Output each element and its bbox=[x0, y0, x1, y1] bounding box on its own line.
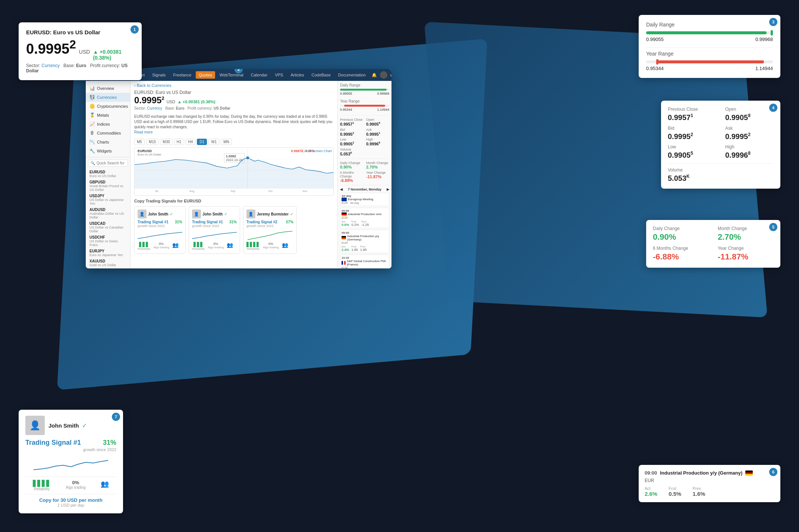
sidebar-label-indices: Indices bbox=[97, 122, 110, 126]
six-month-value: -6.88% bbox=[653, 252, 709, 262]
btn-w1[interactable]: W1 bbox=[208, 139, 219, 145]
nav-codebase[interactable]: CodeBase bbox=[308, 71, 333, 79]
card7-number: 7 bbox=[112, 413, 120, 421]
cta-text[interactable]: Copy for 30 USD per month bbox=[25, 497, 116, 503]
nav-quotes[interactable]: Quotes bbox=[196, 71, 215, 79]
nav-bell[interactable]: 🔔 bbox=[372, 73, 377, 78]
signal-mini-chart bbox=[25, 455, 116, 473]
sidebar-label-overview: Overview bbox=[97, 86, 114, 91]
signal2-name[interactable]: Trading Signal #1 bbox=[192, 220, 223, 224]
growth-label: growth since 2022 bbox=[25, 447, 116, 452]
read-more-link[interactable]: Read more bbox=[134, 130, 152, 134]
economic-calendar: ◀ 7 November, Monday ▶ All day Eurogroup… bbox=[340, 188, 389, 268]
event-ind1-currency: EUR bbox=[342, 216, 388, 220]
nav-signals[interactable]: Signals bbox=[149, 71, 169, 79]
sector-link[interactable]: Currency bbox=[147, 106, 162, 110]
btn-d1[interactable]: D1 bbox=[197, 139, 207, 145]
nav-avatar[interactable] bbox=[380, 71, 387, 79]
widgets-icon: 🔧 bbox=[89, 148, 95, 154]
sidebar-item-indices[interactable]: 📈 Indices bbox=[86, 120, 130, 129]
panel-daily-high: 0.99968 bbox=[377, 92, 389, 95]
signal-user-name: John Smith bbox=[48, 422, 79, 429]
commodities-icon: 🛢 bbox=[89, 130, 95, 136]
signal2-reliability-bars: ▋▋▋ bbox=[192, 242, 205, 247]
signal1-growth: growth since 2022 bbox=[138, 224, 182, 228]
btn-m15[interactable]: M15 bbox=[146, 139, 158, 145]
nav-articles[interactable]: Articles bbox=[287, 71, 307, 79]
signal1-algo-value: 0% bbox=[153, 242, 169, 246]
high-label: High bbox=[725, 144, 774, 149]
symbol-usdjpy[interactable]: USDJPY US Dollar vs Japanese Yen bbox=[86, 193, 130, 207]
charts-icon: 📉 bbox=[89, 139, 95, 145]
sidebar-item-commodities[interactable]: 🛢 Commodities bbox=[86, 129, 130, 138]
sidebar-item-currencies[interactable]: 💱 Currencies bbox=[86, 93, 130, 102]
price-chart: EURUSD Euro vs US Dollar 0.99874 -0.30% … bbox=[134, 147, 334, 196]
quote-price: 0.99952 bbox=[134, 95, 164, 106]
sidebar-item-charts[interactable]: 📉 Charts bbox=[86, 138, 130, 147]
card1-sector-link[interactable]: Currency bbox=[41, 63, 60, 68]
nav-webterminal[interactable]: WebTerminal bbox=[217, 71, 246, 79]
btn-mn[interactable]: MN bbox=[221, 139, 232, 145]
symbol-eurgbp[interactable]: EURGBP Euro vs Great Britain Pound bbox=[86, 268, 130, 268]
event-eurogroup[interactable]: All day Eurogroup Meeting EUR All day bbox=[340, 193, 389, 206]
panel-prev-close: 0.99571 bbox=[340, 122, 363, 126]
symbol-eurusd[interactable]: EURUSD Euro vs US Dollar bbox=[86, 169, 130, 179]
daily-range-label: Daily Range bbox=[646, 22, 773, 28]
signal-card-3[interactable]: 👤 Jeremy Burmister ✓ Trading Signal #2 5… bbox=[243, 206, 297, 254]
panel-open: 0.99058 bbox=[366, 122, 389, 126]
btn-m30[interactable]: M30 bbox=[160, 139, 172, 145]
nav-freelance[interactable]: Freelance bbox=[170, 71, 194, 79]
symbol-audusd[interactable]: AUDUSD Australian Dollar vs US Dollar bbox=[86, 207, 130, 220]
people-icon: 👥 bbox=[101, 480, 109, 488]
sidebar-item-widgets[interactable]: 🔧 Widgets bbox=[86, 147, 130, 155]
btn-h4[interactable]: H4 bbox=[186, 139, 196, 145]
copy-trading-section: Copy Trading Signals for EURUSD 👤 John S… bbox=[130, 196, 337, 257]
event-meeting-currency: EUR All day bbox=[342, 201, 373, 205]
btn-m5[interactable]: M5 bbox=[134, 139, 145, 145]
event-industrial2[interactable]: 09:00 Industrial Production y/y (Germany… bbox=[340, 230, 389, 253]
signal-card-2[interactable]: 👤 John Smith ✓ Trading Signal #1 31% gro… bbox=[189, 206, 240, 254]
btn-h1[interactable]: H1 bbox=[174, 139, 184, 145]
event-industrial1[interactable]: 09:00 Industrial Production m/m EUR Act0… bbox=[340, 208, 389, 228]
search-input[interactable] bbox=[97, 161, 125, 165]
symbol-gbpusd[interactable]: GBPUSD Great Britain Pound vs US Dollar bbox=[86, 179, 130, 193]
time-buttons: M5 M15 M30 H1 H4 D1 W1 MN bbox=[130, 136, 337, 147]
volume-value: 5.053K bbox=[668, 174, 774, 183]
fcst-value: 0.5% bbox=[669, 491, 681, 497]
symbol-eurjpy[interactable]: EURJPY Euro vs Japanese Yen bbox=[86, 248, 130, 258]
signal3-verified: ✓ bbox=[290, 212, 293, 217]
panel-volume: 5.053K bbox=[340, 151, 363, 156]
sidebar-item-crypto[interactable]: 🪙 Cryptocurrencies bbox=[86, 102, 130, 111]
sidebar-label-widgets: Widgets bbox=[97, 149, 112, 153]
back-link[interactable]: Back to Currencies bbox=[130, 81, 337, 90]
panel-ask: 0.99951 bbox=[366, 132, 389, 136]
signal3-name[interactable]: Trading Signal #2 bbox=[246, 220, 277, 224]
event-currency: EUR bbox=[645, 478, 774, 483]
panel-high-lbl: High bbox=[366, 138, 389, 141]
panel-volume-lbl: Volume bbox=[340, 148, 363, 151]
prev-day-btn[interactable]: ◀ bbox=[340, 188, 343, 191]
symbol-search[interactable]: 🔍 bbox=[88, 160, 128, 167]
sidebar-item-metals[interactable]: 🥇 Metals bbox=[86, 111, 130, 120]
cta-sub: 1 USD per day bbox=[25, 503, 116, 507]
nav-documentation[interactable]: Documentation bbox=[335, 71, 369, 79]
symbol-usdcad[interactable]: USDCAD US Dollar vs Canadian Dollar bbox=[86, 220, 130, 234]
next-day-btn[interactable]: ▶ bbox=[387, 188, 389, 191]
svg-text:All: All bbox=[155, 189, 158, 193]
symbol-usdchf[interactable]: USDCHF US Dollar vs Swiss Franc bbox=[86, 234, 130, 248]
sidebar-item-overview[interactable]: 📊 Overview bbox=[86, 84, 130, 93]
signal3-username: Jeremy Burmister bbox=[257, 212, 289, 216]
signal-card-1[interactable]: 👤 John Smith ✓ Trading Signal #1 31% gro… bbox=[134, 206, 186, 254]
panel-change-stats: Daily Change 0.90% Month Change 2.70% 6 … bbox=[340, 161, 389, 183]
symbol-xauusd[interactable]: XAUUSD Gold vs US Dollar bbox=[86, 258, 130, 268]
panel-ask-lbl: Ask bbox=[366, 128, 389, 132]
event-pmi-fr-currency: EUR bbox=[342, 266, 388, 268]
bid-value: 0.99952 bbox=[668, 132, 716, 141]
signal2-reliability-label: Reliability bbox=[192, 247, 205, 251]
event-pmi-france[interactable]: 10:30 S&P Global Construction PMI (Franc… bbox=[340, 255, 389, 268]
signal1-name[interactable]: Trading Signal #1 bbox=[138, 220, 169, 224]
nav-calendar[interactable]: Calendar bbox=[248, 71, 271, 79]
nav-vps[interactable]: VPS bbox=[272, 71, 286, 79]
nav-username: wkudel bbox=[390, 73, 391, 77]
panel-month-change-lbl: Month Change bbox=[366, 161, 389, 165]
